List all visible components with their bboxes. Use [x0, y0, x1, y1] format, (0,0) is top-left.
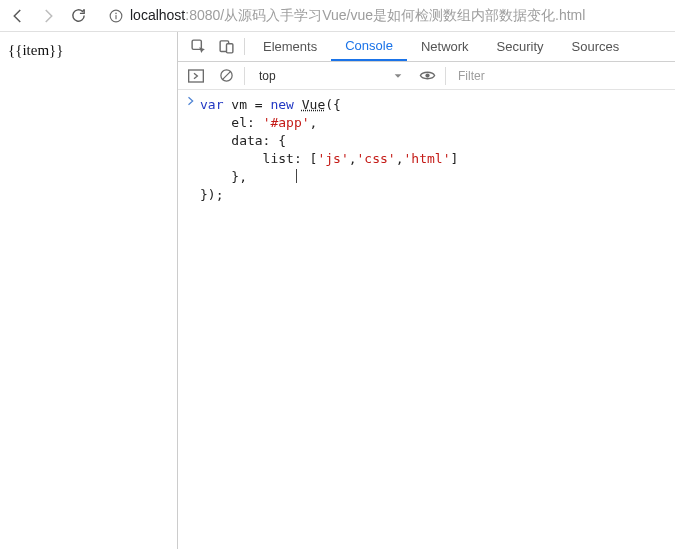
site-info-icon[interactable] — [108, 8, 124, 24]
devtools-panel: Elements Console Network Security Source… — [178, 32, 675, 549]
live-expression-icon[interactable] — [415, 64, 439, 88]
console-sidebar-toggle-icon[interactable] — [184, 64, 208, 88]
browser-toolbar: localhost:8080/从源码入手学习Vue/vue是如何检测数组内部数据… — [0, 0, 675, 32]
context-label: top — [259, 69, 276, 83]
console-code[interactable]: var vm = new Vue({ el: '#app', data: { l… — [200, 96, 458, 204]
chevron-down-icon — [393, 71, 403, 81]
svg-line-8 — [222, 71, 231, 80]
forward-button[interactable] — [34, 2, 62, 30]
tab-sources[interactable]: Sources — [558, 32, 634, 61]
tab-console[interactable]: Console — [331, 32, 407, 61]
page-content: {{item}} — [0, 32, 178, 549]
inspect-element-icon[interactable] — [184, 32, 212, 61]
svg-rect-2 — [115, 15, 116, 19]
text-caret — [296, 169, 297, 183]
url-text: localhost:8080/从源码入手学习Vue/vue是如何检测数组内部数据… — [130, 7, 585, 25]
page-body-text: {{item}} — [8, 42, 63, 58]
svg-point-9 — [425, 73, 429, 77]
svg-point-1 — [115, 12, 117, 14]
tab-network[interactable]: Network — [407, 32, 483, 61]
console-body[interactable]: var vm = new Vue({ el: '#app', data: { l… — [178, 90, 675, 549]
prompt-icon — [186, 96, 200, 106]
svg-rect-5 — [226, 44, 232, 53]
context-selector[interactable]: top — [251, 66, 409, 86]
back-button[interactable] — [4, 2, 32, 30]
filter-input[interactable]: Filter — [452, 69, 669, 83]
tab-security[interactable]: Security — [483, 32, 558, 61]
reload-button[interactable] — [64, 2, 92, 30]
tab-elements[interactable]: Elements — [249, 32, 331, 61]
svg-rect-6 — [189, 70, 204, 82]
console-toolbar: top Filter — [178, 62, 675, 90]
devtools-tabs: Elements Console Network Security Source… — [178, 32, 675, 62]
device-toggle-icon[interactable] — [212, 32, 240, 61]
clear-console-icon[interactable] — [214, 64, 238, 88]
address-bar[interactable]: localhost:8080/从源码入手学习Vue/vue是如何检测数组内部数据… — [100, 3, 671, 29]
console-entry: var vm = new Vue({ el: '#app', data: { l… — [178, 94, 675, 206]
